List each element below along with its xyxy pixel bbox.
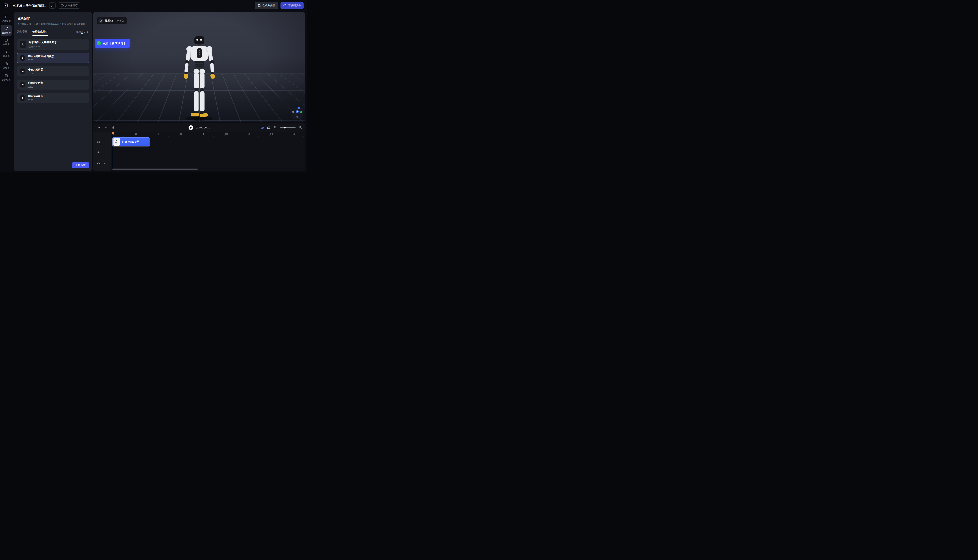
sidebar-item-my-tasks[interactable]: 我的任务: [1, 72, 12, 83]
panel-tabs: 添加音频 使用合成素材 合成语音: [17, 30, 89, 36]
robot-model[interactable]: [170, 33, 229, 122]
audio-item[interactable]: 哈哈大笑声音 00:03: [17, 80, 89, 90]
main-area: 动作模仿 音频编排 表情库 动作库 音频库 我的任务: [0, 11, 307, 172]
play-button[interactable]: [20, 82, 25, 88]
sparkle-icon: [21, 43, 25, 46]
app-window: A1机器人动作-我的项目1 文件未保存 合成并保存 下发到设备 动作模仿: [0, 0, 307, 172]
action-track-icon: [97, 151, 100, 155]
walking-pose-icon: [121, 141, 124, 143]
sidebar-item-motion-imitation[interactable]: 动作模仿: [1, 13, 12, 24]
track-header-action[interactable]: [93, 147, 111, 158]
ruler-mark: 8f: [202, 132, 225, 137]
play-triangle-icon: [22, 70, 24, 72]
play-button[interactable]: [20, 95, 25, 101]
deploy-button[interactable]: 下发到设备: [280, 2, 304, 9]
gizmo-axis-dot[interactable]: [296, 116, 298, 118]
gizmo-help-dot[interactable]: ?: [297, 107, 300, 109]
zoom-out-icon[interactable]: [274, 126, 277, 129]
timeline-clip[interactable]: 超帅走路姿势: [112, 137, 150, 147]
tab-use-synth-material[interactable]: 使用合成素材: [32, 30, 48, 36]
sidebar-item-action-library[interactable]: 动作库: [1, 48, 12, 60]
ruler-mark: 14f: [270, 132, 292, 137]
add-track-icon[interactable]: [260, 126, 264, 129]
guide-connector-vertical: [82, 35, 82, 43]
sidebar-item-label: 动作模仿: [2, 20, 10, 22]
track-header-motion[interactable]: [93, 137, 111, 147]
sidebar-item-audio-arrange[interactable]: 音频编排: [1, 25, 12, 36]
sidebar-item-label: 表情库: [3, 43, 10, 46]
tab-add-audio[interactable]: 添加音频: [17, 30, 27, 36]
timeline-ruler[interactable]: 0f 2f 4f 6f 8f 10f 12f 14f 16f: [111, 132, 305, 137]
badge-divider: |: [115, 19, 115, 22]
delete-icon[interactable]: [112, 126, 115, 129]
unsaved-status-label: 文件未保存: [65, 4, 78, 7]
clip-label: 超帅走路姿势: [125, 140, 139, 143]
clip-thumbnail: [113, 138, 120, 146]
panel-title: 音频编排: [17, 17, 89, 20]
start-arrange-button[interactable]: 开始编排: [72, 162, 89, 168]
ruler-mark: 12f: [247, 132, 270, 137]
picture-in-picture-icon[interactable]: [267, 126, 270, 129]
gizmo-axis-y[interactable]: Y: [296, 110, 299, 113]
sidebar-item-label: 动作库: [3, 55, 10, 58]
track-lane-action[interactable]: [111, 147, 305, 158]
speaker-icon: [103, 162, 107, 165]
audio-item-selected[interactable]: 哈哈大笑声音-点击状态 00:03: [17, 53, 89, 63]
ruler-mark: 0f: [112, 132, 135, 137]
guide-connector-horizontal: [82, 43, 95, 43]
gizmo-axis-x[interactable]: X: [299, 111, 302, 113]
project-title: A1机器人动作-我的项目1: [13, 4, 46, 7]
model-name: 灵犀X2: [105, 19, 113, 22]
sidebar-item-expression-library[interactable]: 表情库: [1, 37, 12, 48]
track-header-audio[interactable]: [93, 158, 111, 169]
audio-item-generating[interactable]: 百年难得一见的练武奇才 生成中 30% ...: [17, 39, 89, 50]
track-lane-audio[interactable]: [111, 158, 305, 169]
chevron-right-icon: [86, 31, 89, 33]
viewport-3d[interactable]: 灵犀X2 | 青春版 ? Y X: [93, 12, 305, 122]
floppy-icon: [258, 4, 261, 7]
gizmo-axis-dot[interactable]: [292, 111, 294, 113]
rename-button[interactable]: [49, 2, 55, 8]
slider-knob[interactable]: [284, 127, 285, 128]
orientation-gizmo[interactable]: ? Y X: [292, 108, 303, 119]
model-avatar-icon: [98, 18, 103, 23]
audio-item-title: 哈哈大笑声音: [28, 68, 43, 72]
play-button[interactable]: [20, 55, 25, 61]
sidebar-item-label: 我的任务: [2, 78, 10, 81]
audio-arrange-icon: [5, 27, 8, 30]
cloud-icon: [60, 4, 64, 7]
play-triangle-icon: [22, 97, 24, 99]
audio-item[interactable]: 哈哈大笑声音 00:03: [17, 93, 89, 103]
save-button[interactable]: 合成并保存: [255, 2, 278, 9]
timeline-zoom-slider[interactable]: [280, 127, 295, 128]
ruler-mark: 6f: [180, 132, 202, 137]
nav-sidebar: 动作模仿 音频编排 表情库 动作库 音频库 我的任务: [0, 12, 13, 171]
play-triangle-icon: [22, 57, 24, 59]
audio-item-text: 哈哈大笑声音 00:03: [28, 95, 43, 101]
view-controls: [260, 126, 302, 129]
sidebar-item-audio-library[interactable]: 音频库: [1, 60, 12, 71]
audio-item-title: 百年难得一见的练武奇才: [28, 41, 57, 44]
play-button[interactable]: [20, 68, 25, 74]
stage: 灵犀X2 | 青春版 ? Y X: [93, 12, 305, 171]
horizontal-scrollbar[interactable]: [112, 168, 197, 170]
timeline-content[interactable]: 0f 2f 4f 6f 8f 10f 12f 14f 16f: [111, 132, 305, 171]
expression-library-icon: [5, 38, 8, 42]
unsaved-status-button[interactable]: 文件未保存: [58, 2, 80, 8]
play-button[interactable]: [189, 125, 193, 130]
audio-item[interactable]: 哈哈大笑声音 00:03: [17, 66, 89, 76]
guide-step-badge: 1: [97, 41, 101, 45]
audio-item-text: 哈哈大笑声音 00:03: [28, 68, 43, 75]
my-tasks-icon: [5, 74, 8, 77]
motion-track-icon: [97, 140, 100, 143]
undo-icon[interactable]: [97, 126, 100, 129]
edit-controls: [97, 126, 115, 129]
cloud-download-icon: [283, 4, 287, 7]
audio-item-duration: 00:03: [28, 59, 54, 62]
redo-icon[interactable]: [104, 126, 108, 129]
topbar-actions: 合成并保存 下发到设备: [255, 2, 304, 9]
audio-item-duration: 00:03: [28, 99, 43, 101]
zoom-in-icon[interactable]: [299, 126, 302, 129]
model-badge: 灵犀X2 | 青春版: [97, 17, 127, 24]
audio-arrange-panel: 音频编排 通过音频处理，生成音频素材以及融合动作和表情的音频编排素材 添加音频 …: [14, 12, 92, 171]
